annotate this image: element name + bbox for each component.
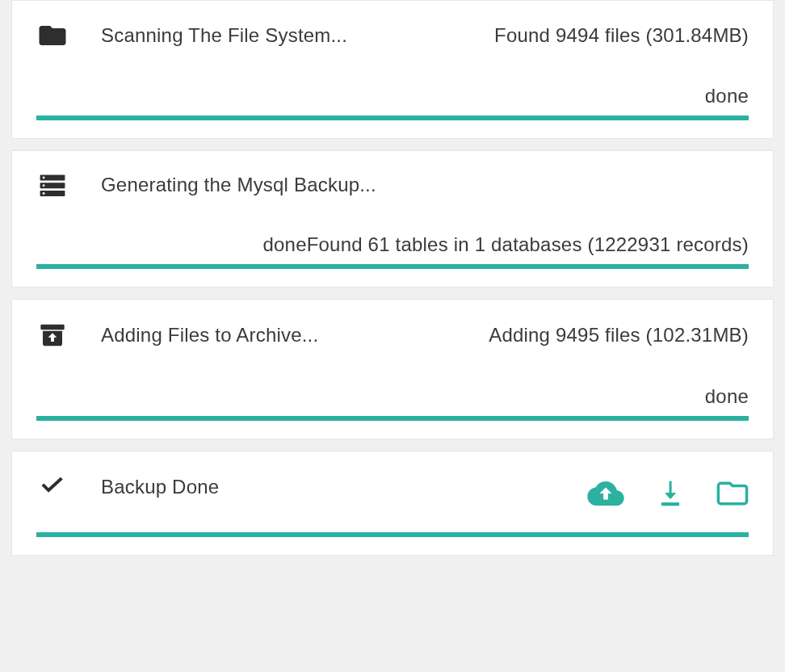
- folder-icon: [36, 23, 69, 48]
- step-archive: Adding Files to Archive... Adding 9495 f…: [11, 299, 774, 439]
- step-title: Scanning The File System...: [101, 24, 347, 47]
- check-icon: [36, 476, 69, 497]
- svg-rect-7: [661, 502, 679, 506]
- folder-open-button[interactable]: [716, 481, 749, 506]
- step-status: done: [36, 385, 749, 408]
- database-icon: [36, 174, 69, 196]
- download-button[interactable]: [657, 479, 684, 508]
- step-detail: Adding 9495 files (102.31MB): [489, 324, 749, 346]
- step-header: Backup Done: [36, 474, 749, 508]
- progress-bar: [36, 264, 749, 269]
- step-done: Backup Done: [11, 451, 774, 556]
- progress-bar: [36, 532, 749, 537]
- step-scanning: Scanning The File System... Found 9494 f…: [11, 0, 774, 139]
- progress-bar: [36, 116, 749, 120]
- svg-point-4: [43, 184, 45, 187]
- step-header: Scanning The File System... Found 9494 f…: [36, 23, 749, 48]
- step-status: done: [36, 85, 749, 107]
- step-header: Generating the Mysql Backup...: [36, 174, 749, 196]
- step-title: Generating the Mysql Backup...: [101, 174, 376, 196]
- cloud-upload-button[interactable]: [587, 480, 624, 507]
- svg-rect-6: [40, 325, 64, 330]
- archive-icon: [36, 322, 69, 348]
- step-detail: Found 9494 files (301.84MB): [494, 24, 749, 47]
- backup-progress-panel: Scanning The File System... Found 9494 f…: [0, 0, 785, 556]
- step-title: Adding Files to Archive...: [101, 324, 318, 346]
- step-mysql: Generating the Mysql Backup... doneFound…: [11, 150, 774, 288]
- svg-point-5: [43, 192, 45, 195]
- step-status: doneFound 61 tables in 1 databases (1222…: [36, 233, 749, 256]
- step-header: Adding Files to Archive... Adding 9495 f…: [36, 322, 749, 348]
- svg-point-3: [43, 177, 45, 179]
- step-title: Backup Done: [101, 476, 219, 498]
- progress-bar: [36, 416, 749, 421]
- backup-actions: [587, 479, 749, 508]
